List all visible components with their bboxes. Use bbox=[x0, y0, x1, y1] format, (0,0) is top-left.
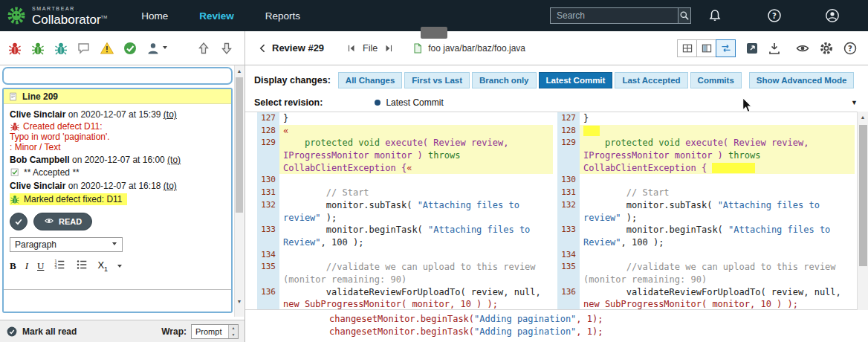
account-icon[interactable] bbox=[825, 8, 840, 23]
read-button[interactable]: READ bbox=[33, 213, 92, 230]
wrap-spinner-icon[interactable]: ▲▼ bbox=[228, 325, 238, 338]
comment-line-header[interactable]: Line 209 bbox=[4, 89, 231, 104]
code-row[interactable]: new SubProgressMonitor( monitor, 10 ) ); bbox=[257, 298, 553, 310]
mark-read-icon[interactable] bbox=[6, 326, 18, 338]
more-formats-icon[interactable] bbox=[117, 260, 123, 271]
code-row[interactable]: review" ); bbox=[557, 212, 855, 225]
create-defect-icon[interactable] bbox=[7, 41, 22, 56]
code-row[interactable]: 133 monitor.beginTask( "Attaching files … bbox=[557, 224, 855, 236]
code-scroll-up-icon[interactable]: ▲ bbox=[858, 112, 868, 123]
comment-input[interactable] bbox=[4, 289, 231, 312]
code-row[interactable]: 132 monitor.subTask( "Attaching files to bbox=[557, 199, 855, 212]
grid-view-button[interactable] bbox=[677, 39, 697, 57]
diff-pane-right[interactable]: 127}128 129 protected void execute( Revi… bbox=[557, 112, 855, 309]
code-row[interactable]: 136 validateReviewForUploadTo( review, n… bbox=[557, 286, 855, 299]
code-row[interactable]: 130 bbox=[557, 174, 855, 187]
code-row[interactable]: 134 bbox=[557, 249, 855, 262]
code-row[interactable]: (monitor remaining: 90) bbox=[257, 274, 553, 286]
to-link[interactable]: (to) bbox=[163, 109, 177, 120]
toolbar-help-icon[interactable]: ? bbox=[843, 41, 858, 56]
paragraph-select[interactable]: Paragraph bbox=[10, 237, 123, 252]
search-input[interactable] bbox=[550, 7, 678, 24]
code-row[interactable]: 129 protected void execute( Review revie… bbox=[557, 137, 855, 149]
code-row[interactable]: 128« bbox=[257, 125, 553, 138]
code-scrollbar[interactable]: ▲ bbox=[857, 112, 868, 310]
nav-item-reports[interactable]: Reports bbox=[265, 10, 300, 22]
display-button-last-accepted[interactable]: Last Accepted bbox=[615, 72, 687, 88]
bullet-list-icon[interactable] bbox=[75, 258, 88, 274]
code-row[interactable]: IProgressMonitor monitor ) throws bbox=[557, 149, 855, 162]
previous-comment-icon[interactable] bbox=[196, 41, 211, 56]
code-row[interactable]: 135 //validate we can upload to this rev… bbox=[257, 261, 553, 274]
code-row[interactable]: new SubProgressMonitor( monitor, 10 ) ); bbox=[557, 298, 855, 310]
review-title[interactable]: Review #29 bbox=[272, 42, 324, 54]
code-row[interactable]: 131 // Start bbox=[557, 187, 855, 199]
file-path[interactable]: foo java/bar/baz/foo.java bbox=[428, 43, 525, 54]
code-scroll-thumb[interactable] bbox=[859, 125, 867, 266]
code-row[interactable]: 127} bbox=[257, 112, 553, 125]
settings-icon[interactable] bbox=[819, 41, 834, 56]
diff-pane-left[interactable]: 127}128«129 protected void execute( Revi… bbox=[257, 112, 553, 309]
code-row[interactable]: 134 bbox=[257, 249, 553, 262]
code-row[interactable]: review" ); bbox=[257, 212, 553, 225]
numbered-list-icon[interactable]: 123 bbox=[53, 258, 66, 274]
code-row[interactable]: IProgressMonitor monitor ) throws bbox=[257, 149, 553, 162]
mark-all-read-label[interactable]: Mark all read bbox=[22, 326, 77, 337]
help-icon[interactable]: ? bbox=[767, 8, 782, 23]
display-button-latest-commit[interactable]: Latest Commit bbox=[539, 72, 613, 88]
split-view-button[interactable] bbox=[696, 39, 716, 57]
display-button-commits[interactable]: Commits bbox=[690, 72, 742, 88]
italic-button[interactable]: I bbox=[25, 260, 28, 272]
compare-view-button[interactable] bbox=[716, 39, 736, 57]
sidebar-scrollbar[interactable]: ▲ ▼ bbox=[234, 65, 244, 317]
code-row[interactable]: Review", 100 ); bbox=[557, 236, 855, 249]
code-row[interactable]: 136 validateReviewForUploadTo( review, n… bbox=[257, 286, 553, 299]
code-row[interactable]: (monitor remaining: 90) bbox=[557, 274, 855, 286]
code-row[interactable]: 132 monitor.subTask( "Attaching files to bbox=[257, 199, 553, 212]
code-row[interactable]: 131 // Start bbox=[257, 187, 553, 199]
code-row[interactable]: CollabClientException {« bbox=[257, 162, 553, 175]
scroll-down-icon[interactable]: ▼ bbox=[235, 296, 244, 306]
assignee-menu[interactable] bbox=[146, 41, 168, 56]
display-button-branch-only[interactable]: Branch only bbox=[472, 72, 536, 88]
code-row[interactable]: 127} bbox=[557, 112, 855, 125]
wrap-select[interactable]: Prompt ▲▼ bbox=[191, 324, 239, 339]
warning-icon[interactable] bbox=[100, 41, 114, 56]
code-row[interactable]: 130 bbox=[257, 174, 553, 187]
prev-file-icon[interactable] bbox=[346, 43, 357, 54]
code-row[interactable]: Review", 100 ); bbox=[257, 236, 553, 249]
bold-button[interactable]: B bbox=[10, 260, 16, 272]
next-comment-icon[interactable] bbox=[219, 41, 234, 56]
accept-icon[interactable] bbox=[123, 41, 137, 56]
external-diff-icon[interactable] bbox=[745, 41, 760, 56]
scroll-up-icon[interactable]: ▲ bbox=[235, 65, 244, 76]
display-button-first-vs-last[interactable]: First vs Last bbox=[404, 72, 470, 88]
code-row[interactable]: 128 bbox=[557, 125, 855, 138]
defect-teal-icon[interactable] bbox=[54, 41, 68, 56]
previous-comment-stub[interactable] bbox=[2, 67, 233, 85]
bell-icon[interactable] bbox=[707, 8, 722, 23]
subscript-button[interactable]: X1 bbox=[97, 259, 108, 273]
code-row[interactable]: 133 monitor.beginTask( "Attaching files … bbox=[257, 224, 553, 236]
code-row[interactable]: 129 protected void execute( Review revie… bbox=[257, 137, 553, 149]
code-row[interactable]: CollabClientException { bbox=[557, 162, 855, 175]
download-icon[interactable] bbox=[767, 41, 782, 56]
revision-value[interactable]: Latest Commit bbox=[386, 97, 443, 108]
acknowledge-button[interactable] bbox=[10, 213, 27, 230]
comment-bubble-icon[interactable] bbox=[77, 41, 91, 56]
to-link[interactable]: (to) bbox=[163, 181, 177, 191]
next-file-icon[interactable] bbox=[383, 43, 394, 54]
sidebar-scroll-thumb[interactable] bbox=[236, 77, 243, 213]
back-chevron-icon[interactable] bbox=[257, 42, 269, 54]
show-advanced-mode-button[interactable]: Show Advanced Mode bbox=[749, 72, 855, 88]
watch-icon[interactable] bbox=[795, 41, 810, 56]
nav-item-home[interactable]: Home bbox=[141, 10, 168, 22]
nav-item-review[interactable]: Review bbox=[199, 10, 234, 22]
to-link[interactable]: (to) bbox=[167, 155, 181, 165]
display-button-all-changes[interactable]: All Changes bbox=[338, 72, 402, 88]
underline-button[interactable]: U bbox=[37, 260, 44, 272]
defect-green-icon[interactable] bbox=[30, 41, 45, 56]
revision-caret-icon[interactable]: ▼ bbox=[851, 99, 858, 106]
code-row[interactable]: 135 //validate we can upload to this rev… bbox=[557, 261, 855, 274]
search-button[interactable] bbox=[678, 7, 691, 24]
